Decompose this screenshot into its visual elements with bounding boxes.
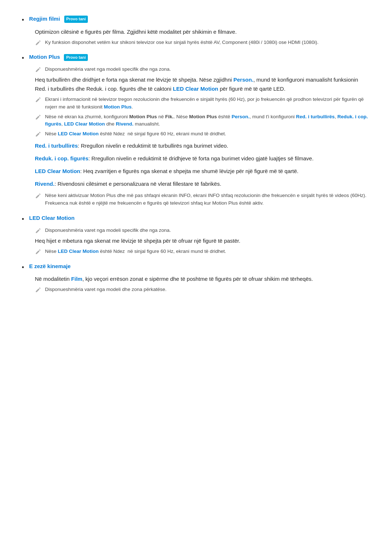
section-e-zeze-kinemaje: • E zezë kinemaje Në modalitetin Film, k… (22, 262, 370, 294)
body-e-zeze-kinemaje: Në modalitetin Film, kjo veçori errëson … (35, 275, 370, 284)
note-text-led-1: Nëse LED Clear Motion është Ndez në sinj… (45, 248, 226, 255)
note-mp-link-led3: LED Clear Motion (58, 131, 99, 136)
pencil-icon-6 (35, 193, 41, 199)
main-paragraph-motion-plus: Heq turbullirën dhe dridhjet e forta nga… (35, 75, 370, 94)
note-text-motion-plus-2: Nëse në ekran ka zhurmë, konfiguroni Mot… (45, 113, 370, 128)
note-text-regjim-filmi-0: Ky funksion disponohet vetëm kur shikoni… (45, 39, 318, 46)
def-text-red-turbullires: : Rregullon nivelin e reduktimit të turb… (78, 143, 228, 149)
note-mp-bold-3: Motion Plus (189, 114, 217, 119)
section-title-e-zeze-kinemaje: E zezë kinemaje (29, 262, 70, 271)
note-mp-link-led2: LED Clear Motion (64, 121, 105, 127)
note-ezk-0: Disponueshmëria varet nga modeli dhe zon… (35, 286, 370, 294)
note-regjim-filmi-0: Ky funksion disponohet vetëm kur shikoni… (35, 39, 370, 46)
pencil-icon (35, 40, 41, 46)
note-text-motion-plus-3: Nëse LED Clear Motion është Ndez në sinj… (45, 130, 226, 138)
bullet-dot-4: • (22, 262, 24, 273)
def-term-led-clear: LED Clear Motion (35, 168, 80, 174)
def-text-led-clear: : Heq zvarritjen e figurës nga skenat e … (80, 168, 298, 174)
note-text-motion-plus-bottom: Nëse keni aktivizuar Motion Plus dhe më … (45, 192, 370, 207)
pencil-icon-4 (35, 114, 41, 120)
bullet-dot-3: • (22, 214, 24, 225)
bullet-e-zeze-kinemaje: • E zezë kinemaje (22, 262, 370, 273)
note-led-0: Disponueshmëria varet nga modeli specifi… (35, 227, 370, 234)
note-motion-plus-2: Nëse në ekran ka zhurmë, konfiguroni Mot… (35, 113, 370, 128)
badge-motion-plus[interactable]: Provo tani (64, 54, 88, 61)
def-text-rivend: : Rivendosni cilësimet e personalizuara … (54, 181, 221, 187)
body-led-clear-motion: Heq hijet e mbetura nga skenat me lëvizj… (35, 237, 370, 246)
note-text-ezk-0: Disponueshmëria varet nga modeli dhe zon… (45, 286, 167, 294)
ezk-link-film: Film (71, 276, 82, 282)
note-mp-link-1: Motion Plus (104, 104, 132, 110)
note-motion-plus-3: Nëse LED Clear Motion është Ndez në sinj… (35, 130, 370, 138)
note-motion-plus-0: Disponueshmëria varet nga modeli specifi… (35, 66, 370, 73)
note-motion-plus-bottom: Nëse keni aktivizuar Motion Plus dhe më … (35, 192, 370, 207)
note-text-motion-plus-1: Ekrani i informacionit në televizor treg… (45, 96, 370, 111)
mp-link-person: Person. (233, 77, 253, 83)
note-mp-bold-2: Fik. (165, 114, 173, 119)
bullet-dot-2: • (22, 53, 24, 63)
pencil-icon-2 (35, 66, 41, 73)
note-mp-link-rivend: Rivend. (116, 121, 134, 127)
ezk-text-1: Në modalitetin (35, 276, 71, 282)
def-reduk-cop: Reduk. i cop. figurës: Rregullon nivelin… (35, 154, 370, 163)
note-mp-link-red: Red. i turbullirës (296, 114, 335, 119)
section-led-clear-motion: • LED Clear Motion Disponueshmëria varet… (22, 214, 370, 255)
note-mp-link-person: Person. (232, 114, 250, 119)
def-red-turbullires: Red. i turbullirës: Rregullon nivelin e … (35, 141, 370, 151)
pencil-icon-7 (35, 227, 41, 234)
section-title-led-clear-motion: LED Clear Motion (29, 214, 74, 222)
def-term-rivend: Rivend. (35, 181, 54, 187)
body-regjim-filmi: Optimizon cilësinë e figurës për filma. … (35, 28, 370, 37)
section-title-motion-plus: Motion Plus (29, 54, 60, 60)
mp-link-led: LED Clear Motion (173, 86, 218, 92)
def-term-reduk-cop: Reduk. i cop. figurës (35, 155, 89, 161)
bullet-dot: • (22, 15, 24, 25)
note-led-link: LED Clear Motion (58, 249, 99, 254)
def-rivend: Rivend.: Rivendosni cilësimet e personal… (35, 180, 370, 189)
pencil-icon-5 (35, 131, 41, 138)
pencil-icon-9 (35, 287, 41, 293)
section-title-regjim-filmi: Regjim filmi (29, 16, 60, 22)
bullet-led-clear-motion: • LED Clear Motion (22, 214, 370, 225)
note-led-1: Nëse LED Clear Motion është Ndez në sinj… (35, 248, 370, 255)
badge-regjim-filmi[interactable]: Provo tani (64, 16, 88, 23)
mp-text-1: Heq turbullirën dhe dridhjet e forta nga… (35, 77, 233, 83)
pencil-icon-8 (35, 249, 41, 255)
note-motion-plus-1: Ekrani i informacionit në televizor treg… (35, 96, 370, 111)
note-mp-bold-1: Motion Plus (129, 114, 157, 119)
def-text-reduk-cop: : Rregullon nivelin e reduktimit të drid… (89, 155, 314, 161)
mp-text-3: për figurë më të qartë LED. (218, 86, 285, 92)
section-motion-plus: • Motion Plus Provo tani Disponueshmëria… (22, 53, 370, 207)
ezk-text-2: , kjo veçori errëson zonat e sipërme dhe… (82, 276, 313, 282)
def-term-red-turbullires: Red. i turbullirës (35, 143, 78, 149)
bullet-motion-plus: • Motion Plus Provo tani (22, 53, 370, 63)
note-text-led-0: Disponueshmëria varet nga modeli specifi… (45, 227, 171, 234)
def-led-clear-motion: LED Clear Motion: Heq zvarritjen e figur… (35, 167, 370, 176)
bullet-regjim-filmi: • Regjim filmi Provo tani (22, 15, 370, 25)
section-regjim-filmi: • Regjim filmi Provo tani Optimizon cilë… (22, 15, 370, 46)
note-text-motion-plus-0: Disponueshmëria varet nga modeli specifi… (45, 66, 171, 73)
pencil-icon-3 (35, 97, 41, 103)
